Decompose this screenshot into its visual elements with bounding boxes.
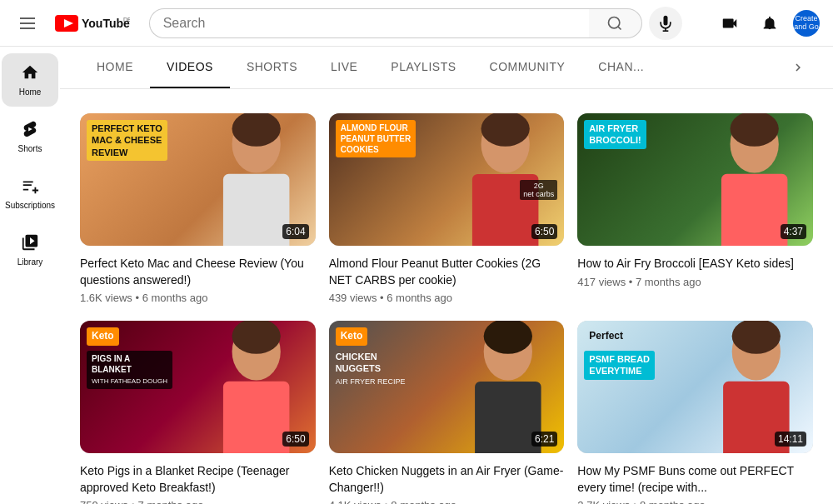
mic-icon: [657, 15, 674, 32]
nav-arrow-right[interactable]: [783, 52, 813, 82]
svg-text:DE: DE: [123, 17, 130, 22]
svg-line-5: [618, 26, 621, 29]
header: YouTube DE: [0, 0, 833, 47]
video-thumbnail-v5: Keto CHICKENNUGGETSAir Fryer Recipe 6:21: [329, 321, 565, 453]
video-duration-v2: 6:50: [531, 224, 557, 239]
video-thumbnail-v3: AIR FRYERBROCCOLI! 4:37: [577, 113, 813, 246]
youtube-logo[interactable]: YouTube DE: [55, 15, 130, 32]
sidebar-library-label: Library: [17, 257, 43, 267]
video-title-v6: How My PSMF Buns come out PERFECT every …: [577, 463, 813, 496]
create-icon: [721, 14, 739, 32]
tab-playlists[interactable]: PLAYLISTS: [374, 47, 472, 88]
search-area: [149, 7, 682, 40]
sidebar-item-subscriptions[interactable]: Subscriptions: [2, 167, 58, 220]
search-bar: [149, 8, 642, 38]
video-duration-v4: 6:50: [282, 432, 308, 447]
subscriptions-icon: [21, 177, 39, 197]
video-meta-v6: 2.7K views • 8 months ago: [577, 499, 813, 504]
video-card-v2[interactable]: ALMOND FLOURPEANUT BUTTERCOOKIES 2Gnet c…: [329, 113, 565, 304]
sidebar-item-library[interactable]: Library: [2, 223, 58, 277]
video-card-v4[interactable]: Keto PIGS IN ABLANKETwith fathead dough …: [80, 321, 316, 504]
main-content: PERFECT KETOMAC & CHEESEREVIEW 6:04 Perf…: [60, 93, 833, 504]
header-right: Create and Go: [713, 7, 820, 40]
svg-rect-19: [223, 382, 289, 453]
sidebar: Home Shorts Subscriptions Library: [0, 47, 60, 504]
header-left: YouTube DE: [13, 11, 130, 36]
video-duration-v3: 4:37: [781, 224, 806, 239]
sidebar-subscriptions-label: Subscriptions: [5, 201, 55, 210]
tab-videos[interactable]: VIDEOS: [150, 47, 230, 88]
video-title-v1: Perfect Keto Mac and Cheese Review (You …: [80, 256, 316, 288]
channel-nav-tabs: HOME VIDEOS SHORTS LIVE PLAYLISTS COMMUN…: [60, 47, 833, 88]
video-thumbnail-v2: ALMOND FLOURPEANUT BUTTERCOOKIES 2Gnet c…: [329, 113, 565, 246]
video-card-v5[interactable]: Keto CHICKENNUGGETSAir Fryer Recipe 6:21…: [329, 321, 565, 504]
notifications-button[interactable]: [753, 7, 786, 40]
video-card-v1[interactable]: PERFECT KETOMAC & CHEESEREVIEW 6:04 Perf…: [80, 113, 316, 304]
channel-nav: HOME VIDEOS SHORTS LIVE PLAYLISTS COMMUN…: [60, 47, 833, 89]
video-duration-v5: 6:21: [531, 432, 557, 447]
video-thumbnail-v4: Keto PIGS IN ABLANKETwith fathead dough …: [80, 321, 316, 453]
hamburger-menu[interactable]: [13, 11, 42, 36]
video-thumbnail-v6: Perfect PSMF BREADEverytime 14:11: [577, 321, 813, 453]
videos-grid: PERFECT KETOMAC & CHEESEREVIEW 6:04 Perf…: [80, 113, 813, 504]
search-icon: [606, 15, 623, 32]
video-card-v6[interactable]: Perfect PSMF BREADEverytime 14:11 How My…: [577, 321, 813, 504]
create-button[interactable]: [713, 7, 746, 40]
video-title-v4: Keto Pigs in a Blanket Recipe (Teenager …: [80, 463, 316, 496]
tab-chan[interactable]: CHAN...: [581, 47, 661, 88]
tab-live[interactable]: LIVE: [314, 47, 374, 88]
library-icon: [21, 233, 39, 254]
sidebar-shorts-label: Shorts: [18, 144, 42, 153]
video-meta-v4: 759 views • 7 months ago: [80, 499, 316, 504]
video-thumbnail-v1: PERFECT KETOMAC & CHEESEREVIEW 6:04: [80, 113, 316, 246]
video-meta-v3: 417 views • 7 months ago: [577, 276, 813, 288]
search-input[interactable]: [149, 8, 589, 38]
svg-rect-10: [223, 174, 289, 246]
avatar[interactable]: Create and Go: [793, 10, 820, 37]
video-title-v3: How to Air Fry Broccoli [EASY Keto sides…: [577, 256, 813, 272]
search-button[interactable]: [589, 8, 642, 38]
video-duration-v1: 6:04: [282, 224, 308, 239]
svg-rect-16: [721, 174, 787, 246]
video-card-v3[interactable]: AIR FRYERBROCCOLI! 4:37 How to Air Fry B…: [577, 113, 813, 304]
tab-home[interactable]: HOME: [80, 47, 150, 88]
youtube-logo-svg: YouTube DE: [55, 15, 130, 32]
video-title-v5: Keto Chicken Nuggets in an Air Fryer (Ga…: [329, 463, 565, 496]
mic-button[interactable]: [649, 7, 682, 40]
bell-icon: [761, 14, 779, 32]
tab-shorts[interactable]: SHORTS: [230, 47, 314, 88]
sidebar-item-home[interactable]: Home: [2, 53, 58, 107]
sidebar-home-label: Home: [19, 87, 42, 97]
video-duration-v6: 14:11: [775, 432, 806, 447]
video-title-v2: Almond Flour Peanut Butter Cookies (2G N…: [329, 256, 565, 288]
home-icon: [21, 63, 39, 84]
video-meta-v2: 439 views • 6 months ago: [329, 292, 565, 304]
chevron-right-icon: [791, 60, 806, 75]
video-meta-v5: 4.1K views • 8 months ago: [329, 499, 565, 504]
sidebar-item-shorts[interactable]: Shorts: [2, 110, 58, 163]
video-meta-v1: 1.6K views • 6 months ago: [80, 292, 316, 304]
shorts-icon: [21, 120, 39, 141]
tab-community[interactable]: COMMUNITY: [473, 47, 582, 88]
svg-point-4: [609, 17, 620, 27]
